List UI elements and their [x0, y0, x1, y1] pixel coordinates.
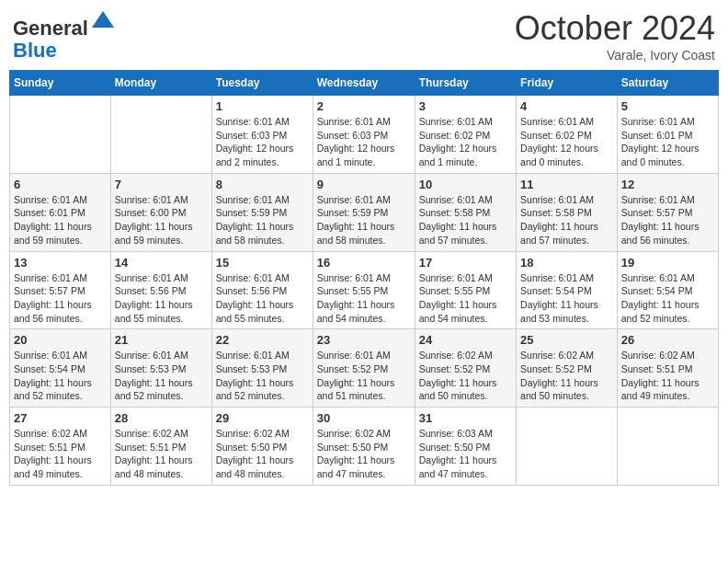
- day-number: 23: [317, 333, 411, 347]
- day-info: Sunrise: 6:01 AM Sunset: 5:58 PM Dayligh…: [419, 193, 512, 247]
- logo: General Blue: [13, 9, 116, 62]
- day-number: 19: [621, 256, 714, 270]
- day-info: Sunrise: 6:01 AM Sunset: 6:03 PM Dayligh…: [216, 115, 309, 169]
- logo-general: General: [13, 17, 88, 40]
- day-info: Sunrise: 6:01 AM Sunset: 5:52 PM Dayligh…: [317, 349, 411, 403]
- day-number: 6: [14, 178, 107, 191]
- day-number: 9: [317, 178, 411, 191]
- weekday-sunday: Sunday: [10, 71, 111, 96]
- day-number: 2: [317, 99, 411, 113]
- day-info: Sunrise: 6:01 AM Sunset: 5:59 PM Dayligh…: [317, 193, 411, 247]
- day-info: Sunrise: 6:01 AM Sunset: 6:02 PM Dayligh…: [520, 115, 613, 169]
- day-info: Sunrise: 6:02 AM Sunset: 5:52 PM Dayligh…: [419, 349, 512, 403]
- day-info: Sunrise: 6:01 AM Sunset: 6:01 PM Dayligh…: [14, 193, 107, 247]
- day-cell: 26Sunrise: 6:02 AM Sunset: 5:51 PM Dayli…: [617, 329, 718, 408]
- day-info: Sunrise: 6:02 AM Sunset: 5:52 PM Dayligh…: [520, 349, 613, 403]
- day-info: Sunrise: 6:01 AM Sunset: 5:55 PM Dayligh…: [317, 271, 411, 326]
- day-cell: [617, 408, 718, 486]
- day-cell: 17Sunrise: 6:01 AM Sunset: 5:55 PM Dayli…: [415, 251, 516, 329]
- day-number: 15: [216, 256, 309, 270]
- day-number: 29: [216, 411, 309, 425]
- day-cell: 7Sunrise: 6:01 AM Sunset: 6:00 PM Daylig…: [110, 173, 211, 251]
- day-cell: 20Sunrise: 6:01 AM Sunset: 5:54 PM Dayli…: [10, 329, 111, 408]
- day-cell: 8Sunrise: 6:01 AM Sunset: 5:59 PM Daylig…: [211, 173, 313, 251]
- week-row-1: 1Sunrise: 6:01 AM Sunset: 6:03 PM Daylig…: [10, 96, 719, 174]
- day-cell: [10, 96, 111, 174]
- logo-icon: [90, 9, 116, 35]
- weekday-thursday: Thursday: [415, 71, 516, 96]
- weekday-tuesday: Tuesday: [211, 71, 313, 96]
- day-info: Sunrise: 6:01 AM Sunset: 6:03 PM Dayligh…: [317, 115, 411, 169]
- day-cell: 23Sunrise: 6:01 AM Sunset: 5:52 PM Dayli…: [313, 329, 415, 408]
- day-cell: 22Sunrise: 6:01 AM Sunset: 5:53 PM Dayli…: [211, 329, 313, 408]
- title-block: October 2024 Varale, Ivory Coast: [515, 9, 715, 63]
- day-info: Sunrise: 6:01 AM Sunset: 5:56 PM Dayligh…: [216, 271, 309, 326]
- day-info: Sunrise: 6:01 AM Sunset: 5:57 PM Dayligh…: [621, 193, 714, 247]
- weekday-friday: Friday: [517, 71, 618, 96]
- day-cell: 21Sunrise: 6:01 AM Sunset: 5:53 PM Dayli…: [110, 329, 211, 408]
- day-cell: [517, 408, 618, 486]
- day-info: Sunrise: 6:01 AM Sunset: 6:01 PM Dayligh…: [621, 115, 714, 169]
- day-info: Sunrise: 6:01 AM Sunset: 6:02 PM Dayligh…: [419, 115, 512, 169]
- day-cell: 9Sunrise: 6:01 AM Sunset: 5:59 PM Daylig…: [313, 173, 415, 251]
- page-header: General Blue October 2024 Varale, Ivory …: [9, 9, 719, 63]
- day-info: Sunrise: 6:02 AM Sunset: 5:50 PM Dayligh…: [317, 427, 411, 481]
- day-number: 18: [520, 256, 613, 270]
- day-number: 22: [216, 333, 309, 347]
- day-cell: 5Sunrise: 6:01 AM Sunset: 6:01 PM Daylig…: [617, 96, 718, 174]
- day-info: Sunrise: 6:01 AM Sunset: 5:56 PM Dayligh…: [115, 271, 208, 326]
- location: Varale, Ivory Coast: [515, 48, 715, 63]
- day-cell: 18Sunrise: 6:01 AM Sunset: 5:54 PM Dayli…: [517, 251, 618, 329]
- weekday-monday: Monday: [110, 71, 211, 96]
- day-cell: [110, 96, 211, 174]
- day-number: 11: [520, 178, 613, 191]
- day-number: 13: [14, 256, 107, 270]
- week-row-2: 6Sunrise: 6:01 AM Sunset: 6:01 PM Daylig…: [10, 173, 719, 251]
- day-number: 30: [317, 411, 411, 425]
- day-cell: 27Sunrise: 6:02 AM Sunset: 5:51 PM Dayli…: [10, 408, 111, 486]
- day-number: 27: [14, 411, 107, 425]
- calendar-body: 1Sunrise: 6:01 AM Sunset: 6:03 PM Daylig…: [10, 96, 719, 486]
- day-cell: 10Sunrise: 6:01 AM Sunset: 5:58 PM Dayli…: [415, 173, 516, 251]
- day-info: Sunrise: 6:03 AM Sunset: 5:50 PM Dayligh…: [419, 427, 512, 481]
- day-cell: 2Sunrise: 6:01 AM Sunset: 6:03 PM Daylig…: [313, 96, 415, 174]
- week-row-5: 27Sunrise: 6:02 AM Sunset: 5:51 PM Dayli…: [10, 408, 719, 486]
- day-number: 7: [115, 178, 208, 191]
- day-number: 3: [419, 99, 512, 113]
- week-row-3: 13Sunrise: 6:01 AM Sunset: 5:57 PM Dayli…: [10, 251, 719, 329]
- day-cell: 19Sunrise: 6:01 AM Sunset: 5:54 PM Dayli…: [617, 251, 718, 329]
- day-number: 12: [621, 178, 714, 191]
- day-info: Sunrise: 6:01 AM Sunset: 6:00 PM Dayligh…: [115, 193, 208, 247]
- day-info: Sunrise: 6:01 AM Sunset: 5:55 PM Dayligh…: [419, 271, 512, 326]
- day-info: Sunrise: 6:01 AM Sunset: 5:57 PM Dayligh…: [14, 271, 107, 326]
- svg-marker-0: [92, 11, 114, 28]
- day-number: 16: [317, 256, 411, 270]
- day-number: 5: [621, 99, 714, 113]
- day-cell: 3Sunrise: 6:01 AM Sunset: 6:02 PM Daylig…: [415, 96, 516, 174]
- day-number: 26: [621, 333, 714, 347]
- weekday-header-row: SundayMondayTuesdayWednesdayThursdayFrid…: [10, 71, 719, 96]
- weekday-saturday: Saturday: [617, 71, 718, 96]
- day-number: 28: [115, 411, 208, 425]
- day-cell: 1Sunrise: 6:01 AM Sunset: 6:03 PM Daylig…: [211, 96, 313, 174]
- day-number: 8: [216, 178, 309, 191]
- day-cell: 25Sunrise: 6:02 AM Sunset: 5:52 PM Dayli…: [517, 329, 618, 408]
- weekday-wednesday: Wednesday: [313, 71, 415, 96]
- day-info: Sunrise: 6:01 AM Sunset: 5:53 PM Dayligh…: [115, 349, 208, 403]
- day-info: Sunrise: 6:02 AM Sunset: 5:50 PM Dayligh…: [216, 427, 309, 481]
- day-info: Sunrise: 6:02 AM Sunset: 5:51 PM Dayligh…: [621, 349, 714, 403]
- day-info: Sunrise: 6:01 AM Sunset: 5:54 PM Dayligh…: [621, 271, 714, 326]
- day-info: Sunrise: 6:02 AM Sunset: 5:51 PM Dayligh…: [14, 427, 107, 481]
- day-cell: 6Sunrise: 6:01 AM Sunset: 6:01 PM Daylig…: [10, 173, 111, 251]
- day-cell: 15Sunrise: 6:01 AM Sunset: 5:56 PM Dayli…: [211, 251, 313, 329]
- month-title: October 2024: [515, 9, 715, 48]
- week-row-4: 20Sunrise: 6:01 AM Sunset: 5:54 PM Dayli…: [10, 329, 719, 408]
- day-number: 17: [419, 256, 512, 270]
- day-cell: 28Sunrise: 6:02 AM Sunset: 5:51 PM Dayli…: [110, 408, 211, 486]
- day-number: 4: [520, 99, 613, 113]
- day-number: 14: [115, 256, 208, 270]
- day-number: 25: [520, 333, 613, 347]
- day-cell: 30Sunrise: 6:02 AM Sunset: 5:50 PM Dayli…: [313, 408, 415, 486]
- day-info: Sunrise: 6:01 AM Sunset: 5:58 PM Dayligh…: [520, 193, 613, 247]
- day-number: 1: [216, 99, 309, 113]
